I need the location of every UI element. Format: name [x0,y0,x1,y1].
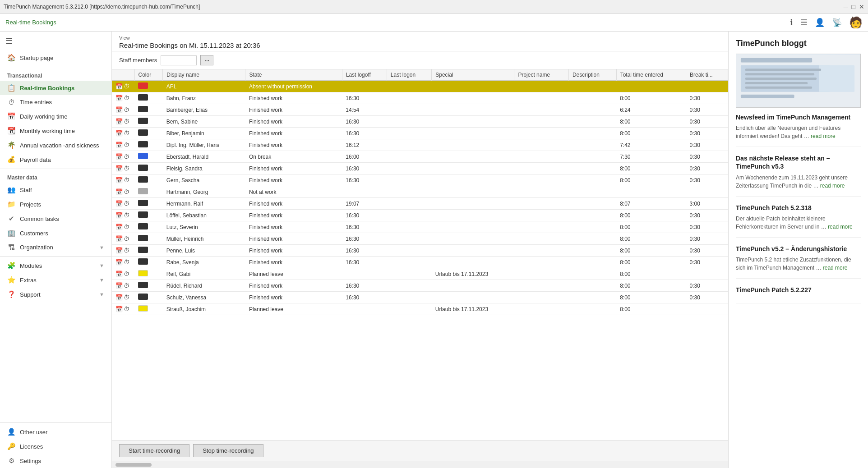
minimize-btn[interactable]: ─ [844,3,848,10]
cell-lastlogon [387,210,431,221]
svg-rect-6 [745,73,814,75]
table-row[interactable]: 📅 ⏱ Bahn, Franz Finished work 16:30 8:00… [112,92,728,104]
info-icon[interactable]: ℹ [790,18,793,28]
svg-rect-3 [741,95,794,98]
settings-icon: ⚙ [7,457,15,465]
table-row[interactable]: 📅 ⏱ Gern, Sascha Finished work 16:30 8:0… [112,174,728,186]
sidebar-item-annual-vacation[interactable]: 🌴 Annual vacation -and sickness [0,138,111,152]
sidebar-item-real-time-bookings[interactable]: 📋 Real-time Bookings [0,81,111,95]
sidebar-item-licenses[interactable]: 🔑 Licenses [0,439,111,454]
sidebar-item-monthly-working-time[interactable]: 📆 Monthly working time [0,124,111,138]
col-display-name[interactable]: Display name [163,69,245,81]
licenses-icon: 🔑 [7,442,15,450]
table-row[interactable]: 📅 ⏱ Penne, Luis Finished work 16:30 8:00… [112,245,728,257]
sidebar-item-organization[interactable]: 🏗 Organization ▼ [0,240,111,254]
table-row[interactable]: 📅 ⏱ Müller, Heinrich Finished work 16:30… [112,233,728,245]
table-row[interactable]: 📅 ⏱ Fleisig, Sandra Finished work 16:30 … [112,163,728,174]
clock-icon: ⏱ [124,282,129,289]
cell-lastlogon [387,186,431,198]
sidebar-item-settings[interactable]: ⚙ Settings [0,454,111,468]
maximize-btn[interactable]: □ [852,3,855,10]
cell-description [568,151,616,163]
blog-entry-text: TimePunch 5.2 hat etliche Zusatzfunktion… [736,256,861,272]
table-row[interactable]: 📅 ⏱ Dipl. Ing. Müller, Hans Finished wor… [112,139,728,151]
cell-color [134,116,163,128]
cell-special [432,186,514,198]
cell-icons: 📅 ⏱ [112,116,134,128]
sidebar-item-startup[interactable]: 🏠 Startup page [0,50,111,65]
cell-lastlogoff: 16:30 [342,116,387,128]
table-row[interactable]: 📅 ⏱ Bern, Sabine Finished work 16:30 8:0… [112,116,728,128]
projects-icon: 📁 [7,200,15,208]
table-row[interactable]: 📅 ⏱ Strauß, Joachim Planned leave Urlaub… [112,303,728,315]
cell-lastlogon [387,151,431,163]
cell-description [568,292,616,303]
realtime-bookings-link[interactable]: Real-time Bookings [5,19,56,26]
col-last-logon[interactable]: Last logon [387,69,431,81]
blog-read-more-next-release[interactable]: read more [820,183,845,189]
table-row[interactable]: 📅 ⏱ APL Absent without permission [112,81,728,92]
col-last-logoff[interactable]: Last logoff [342,69,387,81]
cell-total: 8:00 [616,128,686,139]
table-row[interactable]: 📅 ⏱ Eberstadt, Harald On break 16:00 7:3… [112,151,728,163]
scrollbar-thumb[interactable] [115,463,152,467]
cell-project [514,233,568,245]
blog-read-more-newsfeed[interactable]: read more [811,133,836,139]
view-label: View [119,35,721,41]
avatar-icon[interactable]: 🧑 [849,16,863,29]
table-row[interactable]: 📅 ⏱ Reif, Gabi Planned leave Urlaub bis … [112,268,728,280]
sidebar-item-staff[interactable]: 👥 Staff [0,183,111,197]
close-btn[interactable]: ✕ [859,3,864,10]
table-row[interactable]: 📅 ⏱ Rabe, Svenja Finished work 16:30 8:0… [112,257,728,268]
stop-recording-btn[interactable]: Stop time-recording [193,444,263,457]
staff-icon: 👥 [7,186,15,194]
table-row[interactable]: 📅 ⏱ Herrmann, Ralf Finished work 19:07 8… [112,198,728,210]
cell-project [514,221,568,233]
sidebar-item-daily-working-time[interactable]: 📅 Daily working time [0,109,111,124]
sidebar-item-time-entries[interactable]: ⏱ Time entries [0,95,111,109]
table-row[interactable]: 📅 ⏱ Biber, Benjamin Finished work 16:30 … [112,128,728,139]
sidebar-item-projects[interactable]: 📁 Projects [0,197,111,211]
sidebar-item-payroll-data[interactable]: 💰 Payroll data [0,152,111,167]
sidebar-time-entries-label: Time entries [20,99,52,106]
cell-special [432,245,514,257]
sidebar-item-common-tasks[interactable]: ✔ Common tasks [0,211,111,226]
col-state[interactable]: State [245,69,342,81]
blog-read-more-patch-318[interactable]: read more [828,224,853,230]
titlebar-controls[interactable]: ─ □ ✕ [844,3,864,10]
tasks-icon: ✔ [7,215,15,223]
col-project-name[interactable]: Project name [514,69,568,81]
blog-entry-title: TimePunch Patch 5.2.318 [736,204,861,212]
cell-color [134,280,163,292]
sidebar-item-extras[interactable]: ⭐ Extras ▼ [0,273,111,287]
col-total-time[interactable]: Total time entered [616,69,686,81]
col-description[interactable]: Description [568,69,616,81]
staff-input[interactable] [161,55,197,65]
table-row[interactable]: 📅 ⏱ Schulz, Vanessa Finished work 16:30 … [112,292,728,303]
feed-icon[interactable]: 📡 [832,18,842,28]
col-color[interactable]: Color [134,69,163,81]
sidebar-monthly-label: Monthly working time [20,128,75,134]
sidebar-item-modules[interactable]: 🧩 Modules ▼ [0,258,111,273]
staff-select-btn[interactable]: ··· [200,55,213,65]
list-icon[interactable]: ☰ [800,18,808,28]
sidebar-item-customers[interactable]: 🏢 Customers [0,226,111,240]
table-row[interactable]: 📅 ⏱ Bamberger, Elias Finished work 14:54… [112,104,728,116]
cell-total: 8:00 [616,280,686,292]
blog-read-more-v52-history[interactable]: read more [823,265,848,271]
cell-lastlogoff: 14:54 [342,104,387,116]
hamburger-btn[interactable]: ☰ [0,32,111,50]
user-icon[interactable]: 👤 [815,18,825,28]
sidebar-item-support[interactable]: ❓ Support ▼ [0,287,111,302]
clock-icon: ⏱ [124,224,129,230]
sidebar-item-other-user[interactable]: 👤 Other user [0,425,111,439]
col-special[interactable]: Special [432,69,514,81]
col-break-time[interactable]: Break ti... [686,69,728,81]
table-row[interactable]: 📅 ⏱ Rüdel, Richard Finished work 16:30 8… [112,280,728,292]
table-row[interactable]: 📅 ⏱ Löffel, Sebastian Finished work 16:3… [112,210,728,221]
table-row[interactable]: 📅 ⏱ Hartmann, Georg Not at work [112,186,728,198]
table-row[interactable]: 📅 ⏱ Lutz, Severin Finished work 16:30 8:… [112,221,728,233]
start-recording-btn[interactable]: Start time-recording [119,444,189,457]
horizontal-scrollbar[interactable] [112,461,728,468]
cell-name: Fleisig, Sandra [163,163,245,174]
